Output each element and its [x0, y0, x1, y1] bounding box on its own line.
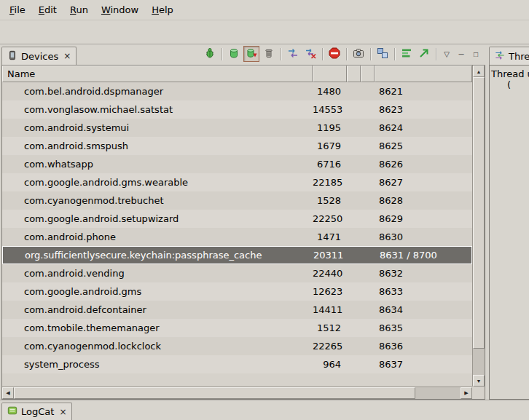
- debug-process-button[interactable]: [202, 46, 218, 62]
- maximize-icon: □: [474, 50, 478, 58]
- threads-content: Thread up (: [489, 65, 529, 400]
- column-header-port[interactable]: [375, 66, 472, 82]
- process-port: 8636: [375, 341, 472, 352]
- table-row[interactable]: com.whatsapp67168626: [2, 155, 472, 173]
- scroll-right-button[interactable]: ▶: [461, 387, 472, 399]
- cause-gc-button[interactable]: [261, 46, 277, 62]
- menu-help[interactable]: Help: [145, 1, 180, 18]
- vertical-scrollbar[interactable]: ▲ ▼: [472, 66, 485, 387]
- hprof-cylinder-arrow-icon: [246, 47, 257, 61]
- process-name: com.android.phone: [2, 231, 313, 242]
- process-port: 8635: [375, 322, 472, 333]
- process-name: com.cyanogenmod.trebuchet: [2, 195, 313, 206]
- arrow-down-icon: ▼: [477, 379, 482, 384]
- process-name: org.sufficientlysecure.keychain:passphra…: [3, 250, 313, 261]
- vertical-scrollbar-thumb[interactable]: [473, 77, 485, 349]
- table-row[interactable]: com.android.smspush16798625: [2, 137, 472, 155]
- menu-window[interactable]: Window: [95, 1, 145, 18]
- arrow-right-icon: ▶: [464, 390, 468, 396]
- table-row[interactable]: com.google.android.setupwizard222508629: [2, 210, 472, 228]
- scroll-up-button[interactable]: ▲: [473, 66, 485, 77]
- capture-systrace-button[interactable]: [399, 46, 415, 62]
- stop-process-button[interactable]: [326, 46, 342, 62]
- process-pid: 14553: [313, 104, 347, 115]
- devices-tabbar: Devices ×: [1, 44, 485, 65]
- menu-file[interactable]: File: [3, 1, 32, 18]
- process-pid: 22250: [313, 213, 347, 224]
- update-threads-button[interactable]: [285, 46, 301, 62]
- column-header-pid[interactable]: [313, 66, 347, 82]
- tab-devices-label: Devices: [21, 51, 58, 62]
- table-row[interactable]: com.tmobile.thememanager15128635: [2, 319, 472, 337]
- toolbar-separator: [394, 48, 395, 60]
- table-row[interactable]: com.android.defcontainer144118634: [2, 301, 472, 319]
- process-port: 8624: [375, 122, 472, 133]
- toolbar-separator: [322, 48, 323, 60]
- horizontal-scrollbar-thumb[interactable]: [14, 387, 415, 399]
- process-name: com.google.android.setupwizard: [2, 213, 313, 224]
- table-row[interactable]: com.cyanogenmod.lockclock222658636: [2, 337, 472, 355]
- process-pid: 22185: [313, 177, 347, 188]
- table-row[interactable]: com.cyanogenmod.trebuchet15288628: [2, 191, 472, 210]
- table-row[interactable]: com.android.systemui11958624: [2, 119, 472, 137]
- table-row[interactable]: com.google.android.gms.wearable221858627: [2, 173, 472, 191]
- process-port: 8632: [375, 268, 472, 279]
- process-name: com.google.android.gms: [2, 286, 313, 297]
- update-heap-button[interactable]: [226, 46, 242, 62]
- process-table: Name com.bel.android.dspmanager14808621c…: [1, 65, 485, 400]
- scroll-down-button[interactable]: ▼: [473, 375, 485, 387]
- table-row[interactable]: com.android.phone14718630: [2, 228, 472, 246]
- device-icon: [7, 50, 17, 63]
- process-name: com.tmobile.thememanager: [2, 322, 313, 333]
- menu-run[interactable]: Run: [63, 1, 95, 18]
- close-icon[interactable]: ×: [59, 408, 66, 416]
- process-port: 8630: [375, 231, 472, 242]
- process-port: 8631 / 8700: [375, 250, 471, 261]
- maximize-button[interactable]: □: [469, 47, 482, 60]
- column-header-blank2[interactable]: [361, 66, 375, 82]
- table-row[interactable]: com.bel.android.dspmanager14808621: [2, 82, 472, 100]
- process-port: 8625: [375, 140, 472, 151]
- process-name: system_process: [2, 359, 313, 370]
- column-header-name[interactable]: Name: [2, 66, 313, 82]
- close-icon[interactable]: ×: [63, 52, 71, 60]
- screen-capture-button[interactable]: [350, 46, 367, 62]
- arrow-left-icon: ◀: [6, 390, 9, 396]
- threads-message-line2: (: [491, 79, 528, 90]
- start-method-profiling-button[interactable]: [302, 46, 318, 62]
- layered-boxes-icon: [377, 47, 388, 61]
- table-row[interactable]: system_process9648637: [2, 355, 472, 373]
- process-pid: 20311: [313, 250, 348, 261]
- scroll-left-button[interactable]: ◀: [2, 387, 14, 399]
- toolbar-separator: [370, 48, 371, 60]
- tab-devices[interactable]: Devices ×: [1, 47, 77, 65]
- table-row[interactable]: com.android.vending224408632: [2, 264, 472, 282]
- stop-sign-icon: [329, 47, 340, 61]
- process-port: 8634: [375, 304, 472, 315]
- dump-hprof-button[interactable]: [243, 46, 259, 62]
- process-pid: 12623: [313, 286, 347, 297]
- toolbar-separator: [222, 48, 222, 60]
- horizontal-scrollbar[interactable]: ◀ ▶: [2, 387, 472, 399]
- process-pid: 6716: [313, 159, 347, 170]
- process-name: com.whatsapp: [2, 159, 313, 170]
- process-port: 8621: [375, 86, 472, 97]
- table-row[interactable]: com.google.android.gms126238633: [2, 282, 472, 301]
- minimize-button[interactable]: ─: [455, 47, 468, 60]
- view-menu-button[interactable]: ▽: [440, 47, 453, 60]
- column-header-blank1[interactable]: [347, 66, 361, 82]
- dump-view-hierarchy-button[interactable]: [375, 46, 391, 62]
- start-opengl-trace-button[interactable]: [416, 46, 432, 62]
- devices-toolbar: ▽ ─ □: [202, 46, 485, 65]
- tab-logcat[interactable]: LogCat ×: [1, 403, 72, 420]
- tab-threads[interactable]: Threads: [489, 47, 529, 65]
- menu-edit[interactable]: Edit: [32, 1, 63, 18]
- table-row[interactable]: org.sufficientlysecure.keychain:passphra…: [2, 246, 472, 264]
- table-header: Name: [2, 66, 472, 82]
- green-bars-icon: [401, 47, 412, 61]
- process-port: 8633: [375, 286, 472, 297]
- process-pid: 1679: [313, 140, 347, 151]
- table-row[interactable]: com.vonglasow.michael.satstat145538623: [2, 100, 472, 119]
- main-area: Devices ×: [0, 44, 529, 400]
- process-port: 8623: [375, 104, 472, 115]
